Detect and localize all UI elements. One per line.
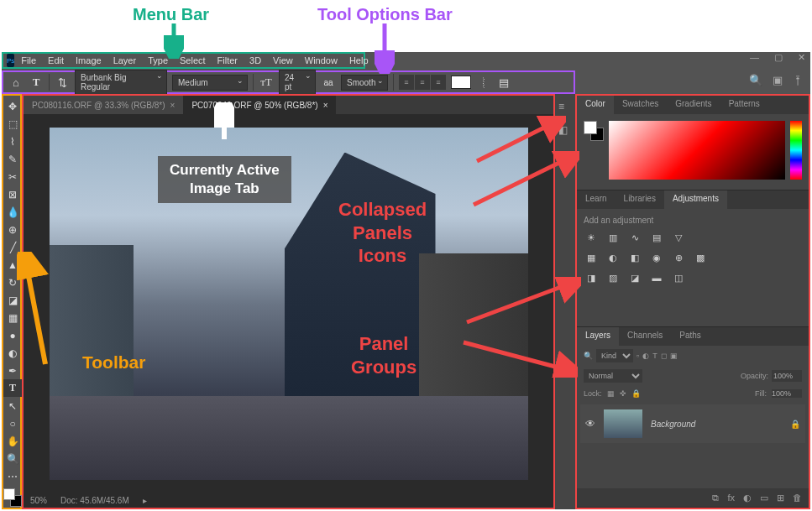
tab-channels[interactable]: Channels bbox=[619, 327, 671, 346]
tab-color[interactable]: Color bbox=[577, 96, 614, 114]
tab-gradients[interactable]: Gradients bbox=[667, 96, 720, 114]
menu-file[interactable]: File bbox=[16, 54, 41, 67]
marquee-tool-icon[interactable]: ⬚ bbox=[3, 115, 22, 133]
lock-all-icon[interactable]: ▦ bbox=[607, 389, 615, 398]
tab-layers[interactable]: Layers bbox=[577, 327, 619, 346]
filter-type-icon[interactable]: T bbox=[652, 352, 657, 360]
color-balance-icon[interactable]: ◐ bbox=[605, 250, 621, 265]
tab-paths[interactable]: Paths bbox=[671, 327, 710, 346]
menu-filter[interactable]: Filter bbox=[212, 54, 243, 67]
align-center-button[interactable]: ≡ bbox=[415, 75, 430, 90]
menu-edit[interactable]: Edit bbox=[43, 54, 69, 67]
filter-shape-icon[interactable]: ◻ bbox=[661, 352, 667, 360]
document-tab-active[interactable]: PC070046.ORF @ 50% (RGB/8*)× bbox=[183, 96, 336, 114]
warp-text-icon[interactable]: ⦚ bbox=[476, 75, 491, 90]
quick-select-tool-icon[interactable]: ✎ bbox=[3, 150, 22, 168]
close-tab-icon[interactable]: × bbox=[170, 101, 175, 110]
selective-color-icon[interactable]: ◫ bbox=[671, 270, 686, 285]
fill-input[interactable] bbox=[772, 389, 802, 398]
search-icon[interactable]: 🔍 bbox=[749, 74, 762, 86]
lock-position-icon[interactable]: ✜ bbox=[620, 389, 626, 398]
new-group-icon[interactable]: ▭ bbox=[760, 493, 768, 503]
maximize-button[interactable]: ▢ bbox=[774, 52, 783, 63]
menu-3d[interactable]: 3D bbox=[244, 54, 266, 67]
layer-kind-dropdown[interactable]: Kind bbox=[596, 349, 633, 362]
antialiasing-dropdown[interactable]: Smooth bbox=[341, 75, 388, 91]
tab-patterns[interactable]: Patterns bbox=[720, 96, 768, 114]
home-icon[interactable]: ⌂ bbox=[8, 75, 24, 90]
lock-pixels-icon[interactable]: 🔒 bbox=[631, 389, 641, 398]
threshold-icon[interactable]: ◪ bbox=[627, 270, 642, 285]
text-color-swatch[interactable] bbox=[451, 76, 471, 89]
tab-libraries[interactable]: Libraries bbox=[616, 190, 664, 209]
filter-adjust-icon[interactable]: ◐ bbox=[642, 352, 649, 360]
type-tool-icon[interactable]: T bbox=[3, 379, 22, 397]
color-lookup-icon[interactable]: ▩ bbox=[693, 250, 708, 265]
blend-mode-dropdown[interactable]: Normal bbox=[584, 369, 642, 383]
path-select-icon[interactable]: ↖ bbox=[3, 397, 22, 415]
lock-icon[interactable]: 🔒 bbox=[790, 420, 800, 429]
hue-icon[interactable]: ▦ bbox=[584, 250, 599, 265]
zoom-level[interactable]: 50% bbox=[30, 496, 47, 505]
tab-adjustments[interactable]: Adjustments bbox=[664, 190, 727, 209]
zoom-tool-icon[interactable]: 🔍 bbox=[3, 450, 22, 467]
new-layer-icon[interactable]: ⊞ bbox=[777, 493, 784, 503]
bw-icon[interactable]: ◧ bbox=[627, 250, 642, 265]
link-layers-icon[interactable]: ⧉ bbox=[712, 493, 719, 503]
photo-filter-icon[interactable]: ◉ bbox=[649, 250, 664, 265]
tab-learn[interactable]: Learn bbox=[577, 190, 616, 209]
posterize-icon[interactable]: ▨ bbox=[605, 270, 621, 285]
gradient-map-icon[interactable]: ▬ bbox=[649, 270, 664, 285]
healing-tool-icon[interactable]: ⊕ bbox=[3, 221, 22, 238]
status-chevron-icon[interactable]: ▸ bbox=[143, 496, 147, 505]
menu-window[interactable]: Window bbox=[300, 54, 343, 67]
visibility-icon[interactable]: 👁 bbox=[585, 418, 595, 430]
tab-swatches[interactable]: Swatches bbox=[614, 96, 667, 114]
color-fgbg[interactable] bbox=[584, 121, 604, 141]
brightness-icon[interactable]: ☀ bbox=[584, 230, 599, 245]
crop-tool-icon[interactable]: ✂ bbox=[3, 168, 22, 185]
frame-tool-icon[interactable]: ⊠ bbox=[3, 185, 22, 203]
filter-image-icon[interactable]: ▫ bbox=[637, 352, 639, 360]
vibrance-icon[interactable]: ▽ bbox=[671, 230, 686, 245]
layer-fx-icon[interactable]: fx bbox=[727, 493, 735, 503]
filter-smart-icon[interactable]: ▣ bbox=[670, 352, 678, 360]
close-button[interactable]: ✕ bbox=[798, 52, 805, 63]
lasso-tool-icon[interactable]: ⌇ bbox=[3, 133, 22, 150]
layer-item-background[interactable]: 👁 Background 🔒 bbox=[580, 404, 805, 443]
shape-tool-icon[interactable]: ○ bbox=[3, 415, 22, 432]
history-panel-icon[interactable]: ≡ bbox=[558, 101, 572, 114]
layer-mask-icon[interactable]: ◐ bbox=[743, 493, 752, 503]
document-tab[interactable]: PC080116.ORF @ 33.3% (RGB/8*)× bbox=[24, 96, 183, 114]
opacity-input[interactable] bbox=[772, 370, 802, 382]
font-family-dropdown[interactable]: Burbank Big Regular bbox=[75, 70, 167, 95]
invert-icon[interactable]: ◨ bbox=[584, 270, 599, 285]
close-tab-icon[interactable]: × bbox=[323, 101, 328, 110]
delete-layer-icon[interactable]: 🗑 bbox=[793, 493, 802, 503]
hand-tool-icon[interactable]: ✋ bbox=[3, 432, 22, 450]
align-right-button[interactable]: ≡ bbox=[431, 75, 446, 90]
edit-toolbar-icon[interactable]: ⋯ bbox=[3, 467, 22, 485]
share-icon[interactable]: ⭱ bbox=[793, 74, 804, 86]
orientation-icon[interactable]: ⇅ bbox=[55, 75, 70, 90]
levels-icon[interactable]: ▥ bbox=[605, 230, 621, 245]
curves-icon[interactable]: ∿ bbox=[627, 230, 642, 245]
font-size-dropdown[interactable]: 24 pt bbox=[279, 70, 316, 95]
menu-view[interactable]: View bbox=[268, 54, 298, 67]
layer-thumbnail[interactable] bbox=[604, 409, 642, 438]
color-field[interactable] bbox=[609, 121, 785, 180]
menu-layer[interactable]: Layer bbox=[108, 54, 142, 67]
minimize-button[interactable]: — bbox=[750, 52, 759, 63]
move-tool-icon[interactable]: ✥ bbox=[3, 97, 22, 115]
hue-strip[interactable] bbox=[790, 121, 802, 180]
workspace-icon[interactable]: ▣ bbox=[773, 74, 783, 86]
exposure-icon[interactable]: ▤ bbox=[649, 230, 664, 245]
eyedropper-tool-icon[interactable]: 💧 bbox=[3, 203, 22, 221]
channel-mixer-icon[interactable]: ⊕ bbox=[671, 250, 686, 265]
foreground-background-colors[interactable] bbox=[3, 488, 22, 507]
menu-image[interactable]: Image bbox=[71, 54, 107, 67]
character-panel-icon[interactable]: ▤ bbox=[496, 75, 511, 90]
menu-help[interactable]: Help bbox=[344, 54, 374, 67]
font-weight-dropdown[interactable]: Medium bbox=[172, 75, 248, 91]
align-left-button[interactable]: ≡ bbox=[399, 75, 414, 90]
